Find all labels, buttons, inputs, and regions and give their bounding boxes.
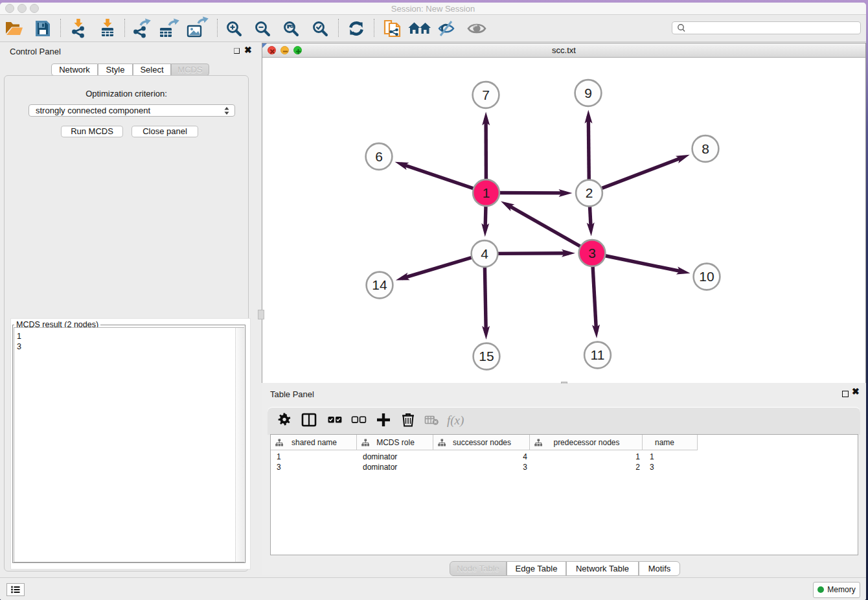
svg-text:8: 8 bbox=[702, 141, 709, 156]
svg-text:1: 1 bbox=[483, 185, 490, 200]
svg-text:3: 3 bbox=[588, 246, 596, 260]
svg-text:15: 15 bbox=[479, 349, 494, 363]
svg-text:4: 4 bbox=[481, 246, 488, 261]
svg-text:14: 14 bbox=[372, 277, 387, 292]
svg-text:7: 7 bbox=[482, 87, 490, 102]
svg-text:10: 10 bbox=[699, 269, 714, 284]
svg-text:11: 11 bbox=[591, 347, 605, 362]
svg-text:6: 6 bbox=[375, 149, 383, 164]
svg-text:f(x): f(x) bbox=[447, 413, 464, 428]
svg-text:2: 2 bbox=[586, 185, 593, 200]
svg-text:9: 9 bbox=[584, 86, 592, 100]
